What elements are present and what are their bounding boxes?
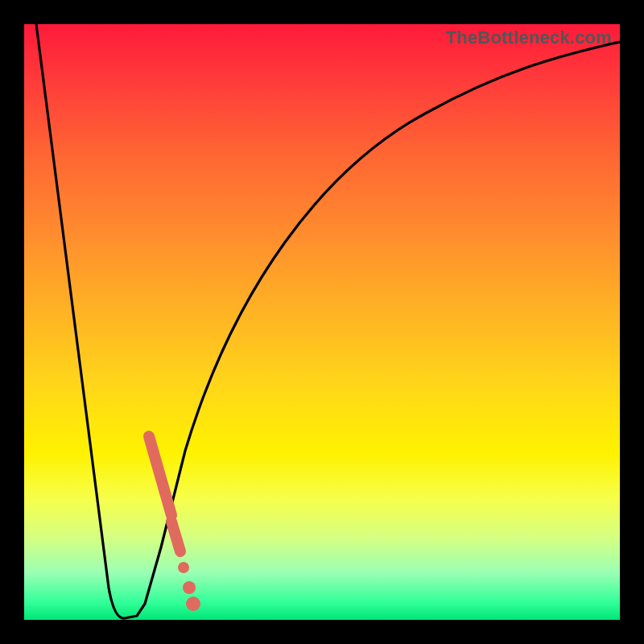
svg-line-0 <box>149 436 171 515</box>
curve-path <box>36 24 620 618</box>
bottleneck-curve <box>24 24 620 620</box>
exclamation-marker <box>149 436 200 611</box>
svg-line-1 <box>171 522 180 551</box>
svg-point-4 <box>186 597 200 611</box>
plot-area: TheBottleneck.com <box>24 24 620 620</box>
svg-point-2 <box>178 562 189 573</box>
chart-frame: TheBottleneck.com <box>0 0 644 644</box>
svg-point-3 <box>183 581 196 594</box>
